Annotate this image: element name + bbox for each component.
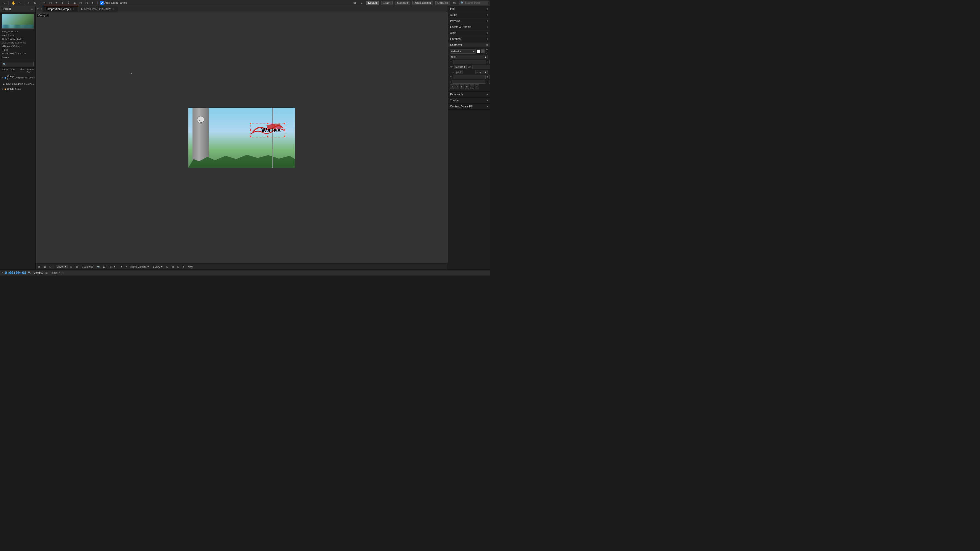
timeline-menu-icon[interactable]: ☰ [45, 272, 48, 274]
viewer-btn-rulers[interactable]: ▥ [75, 265, 79, 268]
tab-layer[interactable]: ▶ Layer IMG_1431.mov × [78, 6, 118, 12]
style-btn-subscript[interactable]: Tt [465, 84, 469, 89]
stroke-color-swatch[interactable] [481, 49, 485, 53]
viewer-timecode[interactable]: 0:00:09:08 [81, 265, 94, 268]
align-label[interactable]: Align › [448, 30, 490, 35]
redo-icon[interactable]: ↻ [33, 1, 37, 5]
viewer-btn-alpha[interactable]: ■ [120, 265, 123, 268]
undo-icon[interactable]: ↩ [27, 1, 31, 5]
expand-panels-icon[interactable]: ≫ [353, 1, 357, 5]
style-btn-underline[interactable]: T [470, 84, 474, 89]
info-label[interactable]: Info › [448, 6, 490, 11]
workspace-small-screen[interactable]: Small Screen [412, 1, 433, 5]
auto-open-panels-checkbox[interactable] [100, 1, 103, 5]
clone-tool-icon[interactable]: ◈ [72, 1, 77, 5]
home-icon[interactable]: ⌂ [2, 1, 6, 5]
paragraph-label[interactable]: Paragraph › [448, 92, 490, 97]
zoom-tool-icon[interactable]: ⌕ [17, 1, 22, 5]
tab-comp1[interactable]: Composition Comp 1 × [43, 6, 78, 12]
swap-icon[interactable]: ⇄ [485, 48, 488, 51]
camera-value: Active Camera [130, 265, 146, 268]
preview-used: used 1 time [2, 33, 33, 37]
viewer-offset[interactable]: +0.0 [187, 265, 194, 268]
style-btn-all-caps[interactable]: T [450, 84, 455, 89]
view-selector[interactable]: 1 View ▼ [152, 265, 164, 268]
paint-tool-icon[interactable]: ⌇ [67, 1, 71, 5]
tab-comp1-close[interactable]: × [72, 7, 75, 11]
viewer-btn-region[interactable]: ⊠ [171, 265, 175, 268]
timeline-cache-icon[interactable]: ◻ [62, 272, 64, 274]
style-btn-superscript[interactable]: TT [460, 84, 464, 89]
scale-h-input[interactable]: 100 % [453, 75, 485, 79]
workspace-libraries[interactable]: Libraries [435, 1, 450, 5]
timeline-search-icon[interactable]: 🔍 [28, 272, 31, 274]
viewer-btn-show-snapshot[interactable]: 🖼 [102, 265, 106, 268]
tracker-label[interactable]: Tracker › [448, 98, 490, 103]
character-label[interactable]: Character ⊞ [448, 43, 490, 47]
puppet-tool-icon[interactable]: ✦ [91, 1, 95, 5]
select-icon[interactable]: ↖ [42, 1, 47, 5]
screen-size-icon[interactable]: ▪ [359, 1, 364, 5]
fontsize-row: T 72 px ↨ 72 px Auto [450, 60, 488, 64]
text-tool-icon[interactable]: T [60, 1, 65, 5]
project-item-comp1[interactable]: ▶ ■ Comp 1 Composition 29.97 ■ [0, 75, 35, 81]
viewer-btn-fast-preview[interactable]: ▶ [182, 265, 185, 268]
project-panel-icons: ☰ [30, 7, 33, 11]
timeline-timecode[interactable]: 0:00:09:08 [5, 271, 26, 275]
leading2-dropdown[interactable]: – px ▼ [476, 70, 488, 75]
timeline-palette-icon[interactable]: ▪ [59, 272, 60, 274]
rect-tool-icon[interactable]: □ [48, 1, 53, 5]
eraser-tool-icon[interactable]: ◻ [78, 1, 83, 5]
audio-label[interactable]: Audio › [448, 13, 490, 17]
zoom-display[interactable]: 100% ▼ [56, 265, 68, 268]
project-item-solids[interactable]: ▶ ■ Solids Folder [0, 87, 35, 91]
workspace-learn[interactable]: Learn [381, 1, 393, 5]
workspace-default[interactable]: Default [366, 1, 379, 5]
tsukumi-input[interactable]: 0 % [489, 80, 490, 84]
viewer-btn-snapshot[interactable]: 📷 [96, 265, 100, 268]
baseline-input[interactable]: 0 px [453, 80, 485, 84]
leading-row: – px ▼ – px ▼ [450, 70, 488, 75]
svg-rect-4 [284, 135, 285, 137]
more-workspaces-icon[interactable]: ≫ [452, 1, 457, 5]
content-aware-label[interactable]: Content-Aware Fill › [448, 104, 490, 109]
reset-icon[interactable]: ↺ [485, 51, 488, 54]
leading-unit-chevron: ▼ [460, 71, 462, 73]
project-search-input[interactable] [2, 62, 33, 67]
project-item-img1431[interactable]: ▶ IMG_1431.mov QuickTime 47.0 MB 29.974 [0, 81, 35, 87]
roto-tool-icon[interactable]: ⊙ [84, 1, 89, 5]
font-style-dropdown[interactable]: Bold ▼ [450, 55, 488, 59]
resolution-selector[interactable]: Full ▼ [108, 265, 116, 268]
viewer-btn-grid[interactable]: ⊞ [70, 265, 73, 268]
style-btn-small-caps[interactable]: T [455, 84, 460, 89]
viewer-btn-proxy[interactable]: ⊡ [177, 265, 180, 268]
camera-selector[interactable]: Active Camera ▼ [129, 265, 150, 268]
preview-label[interactable]: Preview › [448, 19, 490, 23]
pen-tool-icon[interactable]: ✒ [54, 1, 59, 5]
scale-v-input[interactable]: 100 % [489, 75, 490, 79]
project-menu-icon[interactable]: ☰ [30, 7, 33, 11]
timeline-close-icon[interactable]: × [2, 271, 3, 274]
viewer-btn-frame[interactable]: ⊟ [165, 265, 169, 268]
hand-tool-icon[interactable]: ✋ [11, 1, 16, 5]
effects-label[interactable]: Effects & Presets › [448, 25, 490, 29]
leading-unit-dropdown[interactable]: px ▼ [455, 70, 463, 75]
libraries-label[interactable]: Libraries › [448, 37, 490, 41]
viewer-btn-motion-blur[interactable]: ◉ [37, 265, 41, 268]
font-family-dropdown[interactable]: Helvetica ▼ [450, 49, 476, 54]
tab-bar-icon[interactable]: ▼ [35, 8, 40, 10]
search-input[interactable] [465, 2, 487, 5]
viewer-btn-color-mgt[interactable]: ● [125, 265, 128, 268]
tab-new-icon[interactable]: + [40, 8, 43, 10]
kerning-dropdown[interactable]: Metrics ▼ [454, 65, 467, 69]
viewer-btn-3d[interactable]: ⬡ [48, 265, 52, 268]
tab-layer-close[interactable]: × [112, 7, 115, 11]
fill-color-swatch[interactable] [477, 49, 480, 53]
tracking-input[interactable]: 0 [472, 65, 490, 69]
font-size-input[interactable]: 72 px [453, 60, 486, 64]
leading-input[interactable]: 72 px [490, 60, 490, 64]
auto-open-panels-label[interactable]: Auto-Open Panels [100, 1, 127, 5]
workspace-standard[interactable]: Standard [395, 1, 410, 5]
style-btn-strikethrough[interactable]: T [475, 84, 479, 89]
viewer-btn-draft[interactable]: ▩ [43, 265, 47, 268]
